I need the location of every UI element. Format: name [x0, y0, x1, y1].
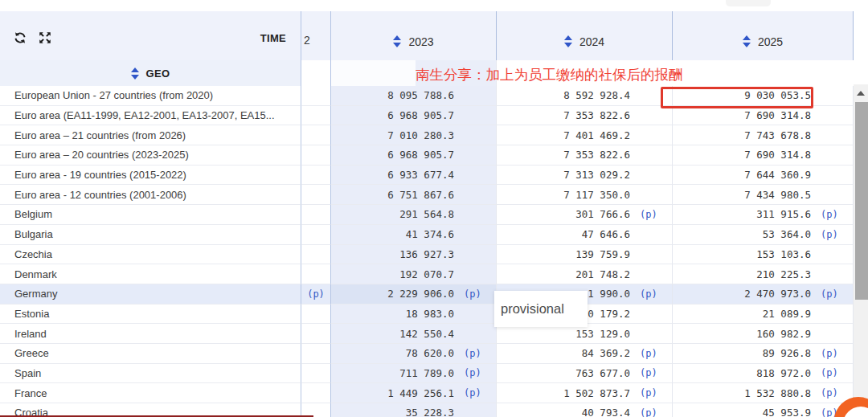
table-row[interactable]: Czechia 136 927.3 139 759.9 153 103.6: [0, 245, 854, 265]
geo-label: Euro area – 21 countries (from 2026): [0, 125, 301, 145]
value-2023: 192 070.7: [331, 264, 497, 284]
value-2023: 711 789.0(p): [331, 364, 497, 384]
flag-2022: [301, 145, 331, 166]
provisional-flag: (p): [630, 367, 672, 378]
vertical-scrollbar[interactable]: [854, 84, 868, 417]
fullscreen-icon[interactable]: [38, 31, 52, 45]
geo-label: France: [0, 383, 301, 403]
value-2024: 7 313 029.2: [497, 166, 673, 186]
table-row[interactable]: Germany (p) 2 229 906.0(p) 1 990.0(p) 2 …: [0, 284, 854, 305]
table-row[interactable]: France 1 449 256.1(p) 1 502 873.7(p) 1 5…: [0, 383, 854, 403]
header-year-2025[interactable]: 2025: [673, 11, 854, 60]
flag-2022: [301, 264, 331, 284]
partial-year-label: 2: [304, 34, 310, 47]
value-2025: 1 532 880.8(p): [673, 383, 854, 403]
provisional-flag: (p): [454, 348, 496, 359]
value-2025: 89 926.8(p): [673, 344, 854, 364]
header-year-2023[interactable]: 2023: [331, 11, 497, 60]
table-row[interactable]: Greece 78 620.0(p) 84 369.2(p) 89 926.8(…: [0, 344, 854, 364]
time-dimension-label: TIME: [260, 32, 286, 44]
geo-label: Euro area - 12 countries (2001-2006): [0, 185, 301, 205]
provisional-flag: (p): [630, 209, 672, 220]
flag-2022: [301, 364, 331, 384]
flag-2022: (p): [301, 284, 331, 305]
scroll-up-button[interactable]: [854, 84, 868, 102]
provisional-flag: (p): [630, 348, 672, 359]
value-2024: 7 117 350.0: [497, 185, 673, 205]
value-2024: 7 353 822.6: [497, 145, 673, 166]
sort-icon[interactable]: [131, 67, 139, 80]
value-2023: 35 228.3: [331, 403, 497, 417]
geo-sort-header[interactable]: GEO: [0, 60, 301, 86]
value-2025: 160 982.9: [673, 324, 854, 344]
value-2025: 311 915.6(p): [673, 205, 854, 225]
table-row[interactable]: Spain 711 789.0(p) 763 677.0(p) 818 972.…: [0, 364, 854, 384]
table-row[interactable]: Euro area – 21 countries (from 2026) 7 0…: [0, 125, 854, 145]
value-2023: 6 751 867.6: [331, 185, 497, 205]
value-2024: 301 766.6(p): [497, 205, 673, 225]
value-2024: 1 502 873.7(p): [497, 383, 673, 403]
data-browser-table: TIME 2 2023 2024 2025 GEO European Union…: [0, 0, 868, 417]
value-2024: 40 793.4(p): [497, 403, 673, 417]
header-geo-column: TIME: [0, 11, 301, 60]
scrollbar-thumb[interactable]: [855, 102, 868, 300]
table-row[interactable]: Euro area - 12 countries (2001-2006) 6 7…: [0, 185, 854, 205]
flag-2022: [301, 125, 331, 145]
swap-axes-icon[interactable]: [13, 31, 27, 45]
provisional-tooltip: provisional: [494, 291, 588, 327]
browser-artifact-pill: [726, 0, 771, 6]
geo-label: Euro area – 20 countries (2023-2025): [0, 145, 301, 166]
value-2024: 7 353 822.6: [497, 106, 673, 126]
value-2024: 201 748.2: [497, 264, 673, 284]
geo-label: Greece: [0, 344, 301, 364]
sort-icon[interactable]: [393, 35, 401, 47]
table-row[interactable]: Denmark 192 070.7 201 748.2 210 225.3: [0, 264, 854, 284]
table-row[interactable]: Ireland 142 550.4 153 129.0 160 982.9: [0, 324, 854, 344]
value-2023: 291 564.8: [331, 205, 497, 225]
header-year-2024[interactable]: 2024: [497, 11, 673, 60]
geo-label: Estonia: [0, 305, 301, 325]
value-2023: 8 095 788.6: [331, 86, 497, 106]
flag-2022: [301, 205, 331, 225]
table-row[interactable]: Euro area (EA11-1999, EA12-2001, EA13-20…: [0, 106, 854, 126]
geo-label: Germany: [0, 284, 301, 305]
value-2025: 2 470 973.0(p): [673, 284, 854, 305]
flag-2022: [301, 185, 331, 205]
year-label: 2023: [408, 35, 433, 48]
value-2025: 7 434 980.5: [673, 185, 854, 205]
annotation-text: 南生分享：加上为员工缴纳的社保后的报酬: [416, 65, 683, 84]
table-row[interactable]: Bulgaria 41 374.6 47 646.6 53 364.0(p): [0, 225, 854, 245]
provisional-flag: (p): [811, 367, 853, 378]
sort-icon[interactable]: [743, 35, 751, 47]
table-row[interactable]: Estonia 18 983.0 0 179.2 21 089.9: [0, 305, 854, 325]
value-2023: 18 983.0: [331, 305, 497, 325]
value-2023: 1 449 256.1(p): [331, 383, 497, 403]
table-row[interactable]: Euro area – 20 countries (2023-2025) 6 9…: [0, 145, 854, 166]
provisional-flag: (p): [811, 288, 853, 300]
value-2023: 41 374.6: [331, 225, 497, 245]
value-2025: 45 953.9(p): [673, 403, 854, 417]
value-2025: 210 225.3: [673, 264, 854, 284]
value-2023: 2 229 906.0(p): [331, 284, 497, 305]
flag-2022: [301, 324, 331, 344]
flag-2022: [301, 225, 331, 245]
scroll-up-icon: [857, 91, 865, 96]
table-body: European Union - 27 countries (from 2020…: [0, 86, 854, 417]
table-row[interactable]: Belgium 291 564.8 301 766.6(p) 311 915.6…: [0, 205, 854, 225]
value-2025: 7 690 314.8: [673, 145, 854, 166]
header-year-2022-clipped[interactable]: 2: [301, 11, 331, 60]
provisional-flag: (p): [454, 387, 496, 399]
value-2023: 6 968 905.7: [331, 106, 497, 126]
value-2024: 763 677.0(p): [497, 364, 673, 384]
value-2023: 142 550.4: [331, 324, 497, 344]
value-2023: 78 620.0(p): [331, 344, 497, 364]
sort-icon[interactable]: [564, 35, 572, 47]
value-2023: 136 927.3: [331, 245, 497, 265]
geo-label: Euro area (EA11-1999, EA12-2001, EA13-20…: [0, 106, 301, 126]
table-row[interactable]: Euro area - 19 countries (2015-2022) 6 9…: [0, 166, 854, 186]
provisional-flag: (p): [811, 229, 853, 240]
geo-label: Bulgaria: [0, 225, 301, 245]
value-2023: 7 010 280.3: [331, 125, 497, 145]
provisional-flag: (p): [454, 367, 496, 378]
value-2023: 6 933 677.4: [331, 166, 497, 186]
